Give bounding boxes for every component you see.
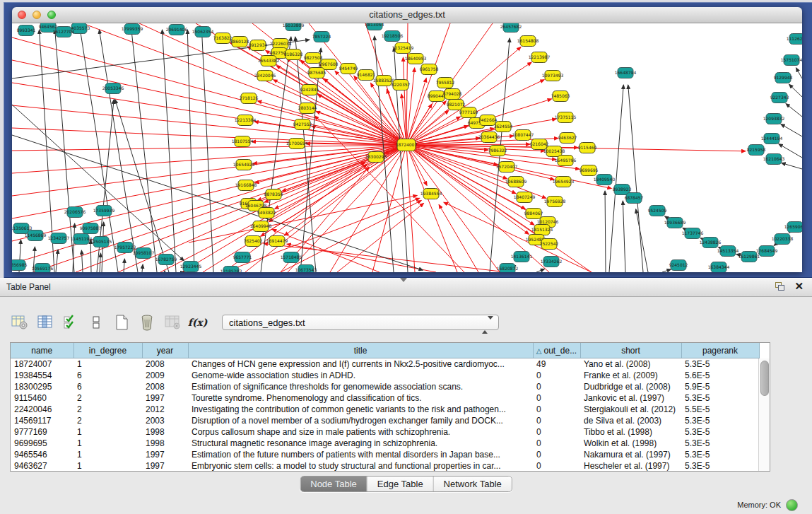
delete-table-icon[interactable] <box>137 313 156 332</box>
network-node-label: 11737746 <box>682 230 704 235</box>
table-cell: 6 <box>73 381 142 392</box>
column-header-name[interactable]: name <box>11 343 73 358</box>
network-window-titlebar[interactable]: citations_edges.txt <box>12 7 802 23</box>
network-node-label: 9245012 <box>669 262 688 267</box>
network-edge <box>796 68 802 78</box>
table-cell: 5.3E-5 <box>681 449 759 460</box>
delete-column-icon[interactable] <box>163 313 182 332</box>
network-node-label: 8860128 <box>230 39 249 44</box>
network-node-label: 11700654 <box>286 141 308 146</box>
select-columns-icon[interactable] <box>61 313 80 332</box>
network-edge <box>439 204 478 272</box>
table-cell: Estimation of the future numbers of pati… <box>188 449 533 460</box>
close-panel-icon[interactable]: ✕ <box>794 281 804 291</box>
network-node-label: 12444194 <box>761 136 783 141</box>
network-node-label: 16495796 <box>555 158 577 163</box>
network-node-label: 8993341 <box>17 28 36 33</box>
table-cell: 2003 <box>142 415 188 426</box>
network-node-label: 19166848 <box>235 182 257 187</box>
network-node-label: 9777169 <box>459 110 478 115</box>
table-cell: 5.3E-5 <box>681 392 759 404</box>
column-header-year[interactable]: year <box>142 343 188 358</box>
network-node-label: 16820872 <box>497 266 519 271</box>
network-node-label: 12438826 <box>700 240 722 245</box>
show-columns-icon[interactable] <box>35 313 54 332</box>
scrollbar-thumb[interactable] <box>760 361 769 396</box>
network-node-label: 9827508 <box>304 55 323 60</box>
table-row[interactable]: 911546021997Tourette syndrome. Phenomeno… <box>11 392 759 404</box>
table-settings-icon[interactable] <box>10 313 29 332</box>
network-edge <box>782 163 802 169</box>
table-selector-dropdown[interactable]: citations_edges.txt <box>222 315 499 330</box>
network-node-label: 12093832 <box>763 116 785 121</box>
network-node-label: 2967608 <box>319 62 339 66</box>
table-cell: 0 <box>533 392 580 404</box>
network-edge <box>623 201 625 272</box>
network-node-label: 16543382 <box>258 58 280 63</box>
splitter-grip[interactable] <box>400 278 407 282</box>
window-title: citations_edges.txt <box>12 9 802 20</box>
network-edge <box>781 124 802 136</box>
network-canvas[interactable]: 1830029571638228860128891293422226038982… <box>12 23 802 272</box>
network-edge <box>160 145 406 272</box>
network-node-label: 10120746 <box>537 219 559 224</box>
function-builder-icon[interactable]: f(x) <box>188 313 207 332</box>
network-edge <box>90 240 91 272</box>
table-cell: 0 <box>533 438 580 449</box>
column-header-in_degree[interactable]: in_degree <box>73 343 142 358</box>
table-cell: Nakamura et al. (1997) <box>580 449 681 460</box>
table-cell: de Silva et al. (2003) <box>580 415 681 426</box>
table-cell: Structural magnetic resonance image aver… <box>188 438 533 449</box>
network-node-label: 9242845 <box>300 87 319 92</box>
table-row[interactable]: 977716911998Corpus callosum shape and si… <box>11 426 759 438</box>
network-node-label: 17957223 <box>114 245 136 250</box>
table-row[interactable]: 946362711997Embryonic stem cells: a mode… <box>11 460 759 472</box>
network-node-label: 9657771 <box>233 255 252 259</box>
table-row[interactable]: 2242004622012Investigating the contribut… <box>11 404 759 415</box>
tab-edge-table[interactable]: Edge Table <box>367 477 434 491</box>
network-node-label: 9524509 <box>648 208 667 213</box>
tab-node-table[interactable]: Node Table <box>300 477 367 491</box>
table-row[interactable]: 1830029562008Estimation of significance … <box>11 381 759 392</box>
memory-status-label: Memory: OK <box>737 501 781 509</box>
network-node-label: 8878354 <box>264 192 283 197</box>
memory-status-indicator[interactable] <box>786 499 798 511</box>
table-cell: 0 <box>533 449 580 460</box>
table-cell: 1998 <box>142 438 188 449</box>
table-row[interactable]: 969969511998Structural magnetic resonanc… <box>11 438 759 449</box>
table-cell: 5.3E-5 <box>681 358 759 370</box>
network-node-label: 19654923 <box>553 179 575 184</box>
network-node-label: 8186328 <box>284 52 303 57</box>
tab-network-table[interactable]: Network Table <box>434 477 512 491</box>
table-cell: 6 <box>73 370 142 381</box>
network-node-label: 10220338 <box>772 236 794 241</box>
new-table-icon[interactable] <box>112 313 131 332</box>
table-cell: Franke et al. (2009) <box>580 370 681 381</box>
row-height-icon[interactable] <box>86 313 105 332</box>
table-row[interactable]: 1456911722003Disruption of a novel membe… <box>11 415 759 426</box>
network-node-label: 17684549 <box>756 248 778 253</box>
column-header-short[interactable]: short <box>580 343 681 358</box>
table-cell: Disruption of a novel member of a sodium… <box>188 415 533 426</box>
network-node-label: 11126238 <box>787 36 802 41</box>
table-row[interactable]: 946554611997Estimation of the future num… <box>11 449 759 460</box>
network-node-label: 7955812 <box>436 80 455 85</box>
column-header-pagerank[interactable]: pagerank <box>681 343 759 358</box>
table-row[interactable]: 1872400712008Changes of HCN gene express… <box>11 358 759 370</box>
network-edge <box>201 30 213 272</box>
column-header-title[interactable]: title <box>188 343 533 358</box>
table-cell: 5.3E-5 <box>681 426 759 438</box>
network-node-label: 17359939 <box>93 208 115 213</box>
network-node-label: 11350613 <box>12 226 32 230</box>
table-cell: 14569117 <box>11 415 73 426</box>
column-header-out_de[interactable]: △out_de... <box>533 343 580 358</box>
network-node-label: 12213384 <box>235 117 257 122</box>
vertical-scrollbar[interactable] <box>758 358 770 471</box>
network-edge <box>187 30 194 272</box>
network-edge <box>131 30 157 272</box>
table-panel: Table Panel ✕ <box>0 278 812 514</box>
table-row[interactable]: 1938455462009Genome-wide association stu… <box>11 370 759 381</box>
network-node-label: 9464562 <box>39 24 58 29</box>
float-panel-icon[interactable] <box>775 282 784 291</box>
network-node-label: 10936689 <box>664 220 686 225</box>
